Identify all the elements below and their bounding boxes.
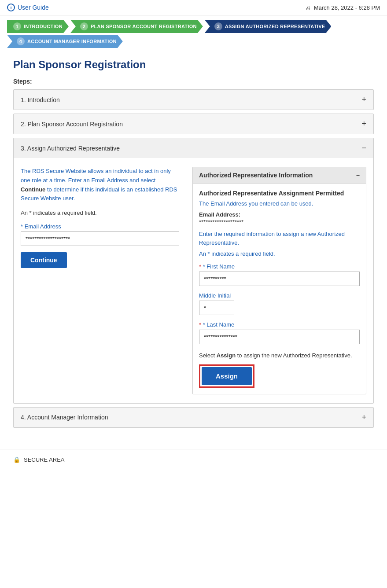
assign-button[interactable]: Assign — [202, 367, 252, 385]
right-panel-body: Authorized Representative Assignment Per… — [193, 184, 366, 394]
accordion-step1-expand-icon: + — [361, 95, 366, 104]
first-name-input[interactable] — [199, 272, 360, 286]
step-3-number: 3 — [214, 22, 222, 30]
accordion-step3-collapse-icon: − — [361, 143, 366, 153]
accordion-step4-header[interactable]: 4. Account Manager Information + — [14, 408, 373, 427]
assign-text: Select Assign to assign the new Authoriz… — [199, 351, 360, 360]
user-guide-label: User Guide — [18, 4, 49, 11]
step3-body: The RDS Secure Website allows an individ… — [14, 158, 373, 403]
step-4[interactable]: 4 ACCOUNT MANAGER INFORMATION — [7, 35, 123, 48]
right-panel: Authorized Representative Information − … — [192, 167, 366, 394]
email-display-value: ******************** — [199, 219, 360, 225]
middle-initial-label: Middle Initial — [199, 292, 360, 299]
accordion-step4-label: 4. Account Manager Information — [21, 414, 108, 421]
accordion-step1-header[interactable]: 1. Introduction + — [14, 90, 373, 110]
step-2-label: PLAN SPONSOR ACCOUNT REGISTRATION — [91, 24, 197, 29]
timestamp-area: 🖨 March 28, 2022 - 6:28 PM — [306, 4, 380, 11]
step-2-number: 2 — [80, 22, 88, 30]
step-3-label: ASSIGN AUTHORIZED REPRESENTATIVE — [225, 24, 325, 29]
enter-info-text: Enter the required information to assign… — [199, 230, 360, 247]
left-panel: The RDS Secure Website allows an individ… — [21, 167, 179, 394]
accordion-step3-header[interactable]: 3. Assign Authorized Representative − — [14, 138, 373, 158]
accordion-step1-label: 1. Introduction — [21, 96, 60, 103]
progress-bar: 1 INTRODUCTION 2 PLAN SPONSOR ACCOUNT RE… — [0, 15, 387, 50]
accordion-step3: 3. Assign Authorized Representative − Th… — [13, 138, 374, 404]
secure-area-label: SECURE AREA — [24, 456, 64, 463]
timestamp-text: March 28, 2022 - 6:28 PM — [314, 4, 380, 11]
accordion-step4-expand-icon: + — [361, 413, 366, 422]
step-4-number: 4 — [17, 37, 25, 45]
last-name-row: * * Last Name — [199, 321, 360, 344]
accordion-step4: 4. Account Manager Information + — [13, 407, 374, 428]
step-1[interactable]: 1 INTRODUCTION — [7, 20, 69, 33]
accordion-step2-header[interactable]: 2. Plan Sponsor Account Registration + — [14, 114, 373, 134]
permitted-title: Authorized Representative Assignment Per… — [199, 190, 360, 197]
printer-icon[interactable]: 🖨 — [306, 4, 311, 11]
email-display-label: Email Address: — [199, 211, 360, 218]
right-panel-collapse-icon: − — [356, 172, 360, 179]
main-content: Plan Sponsor Registration Steps: 1. Intr… — [0, 50, 387, 440]
middle-initial-row: Middle Initial — [199, 292, 360, 315]
assign-button-wrapper: Assign — [199, 364, 254, 388]
email-field-label-display: * Email Address — [21, 223, 179, 230]
assign-section: Select Assign to assign the new Authoriz… — [199, 351, 360, 388]
permitted-note: The Email Address you entered can be use… — [199, 200, 360, 207]
lock-icon: 🔒 — [13, 456, 20, 463]
step-2[interactable]: 2 PLAN SPONSOR ACCOUNT REGISTRATION — [70, 20, 203, 33]
required-note-left: An * indicates a required field. — [21, 209, 179, 218]
last-name-label: * * Last Name — [199, 321, 360, 328]
last-name-input[interactable] — [199, 330, 360, 344]
info-icon: i — [7, 4, 15, 11]
first-name-label: * * First Name — [199, 263, 360, 270]
step-4-label: ACCOUNT MANAGER INFORMATION — [27, 39, 117, 44]
page-title: Plan Sponsor Registration — [13, 59, 374, 71]
accordion-step1: 1. Introduction + — [13, 89, 374, 110]
middle-initial-input[interactable] — [199, 301, 234, 315]
step-1-number: 1 — [13, 22, 21, 30]
step-3[interactable]: 3 ASSIGN AUTHORIZED REPRESENTATIVE — [205, 20, 332, 33]
accordion-step2-expand-icon: + — [361, 119, 366, 129]
email-input[interactable] — [21, 232, 179, 246]
first-name-row: * * First Name — [199, 263, 360, 286]
description-text: The RDS Secure Website allows an individ… — [21, 167, 179, 203]
user-guide-link[interactable]: i User Guide — [7, 4, 49, 11]
footer: 🔒 SECURE AREA — [0, 449, 387, 470]
accordion-step2: 2. Plan Sponsor Account Registration + — [13, 114, 374, 134]
accordion-step3-label: 3. Assign Authorized Representative — [21, 145, 120, 152]
continue-button[interactable]: Continue — [21, 252, 67, 268]
top-bar: i User Guide 🖨 March 28, 2022 - 6:28 PM — [0, 0, 387, 15]
right-panel-header: Authorized Representative Information − — [193, 167, 366, 184]
right-panel-header-label: Authorized Representative Information — [199, 172, 313, 179]
steps-label: Steps: — [13, 78, 374, 85]
accordion-step2-label: 2. Plan Sponsor Account Registration — [21, 121, 123, 128]
step-1-label: INTRODUCTION — [24, 24, 63, 29]
required-note-right: An * indicates a required field. — [199, 250, 360, 257]
